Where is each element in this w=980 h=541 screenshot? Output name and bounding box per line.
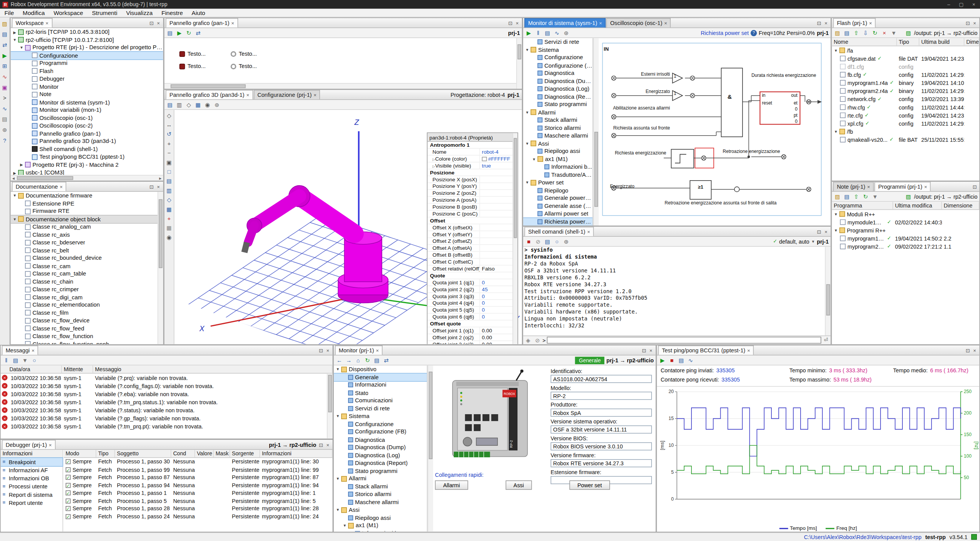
collapse-icon[interactable]: ▼: [19, 46, 25, 50]
refresh-icon[interactable]: ↻: [862, 193, 869, 201]
close-icon[interactable]: ×: [647, 348, 654, 353]
refresh-icon[interactable]: ↻: [185, 29, 193, 37]
close-icon[interactable]: ×: [155, 184, 162, 190]
close-icon[interactable]: ×: [246, 92, 249, 98]
shell-command-input[interactable]: [547, 337, 821, 344]
collapse-icon[interactable]: ▼: [531, 157, 537, 161]
shell-icon[interactable]: >: [1, 95, 8, 102]
close-icon[interactable]: ×: [231, 20, 234, 26]
field-value[interactable]: Robox RTE versione 34.27.3: [551, 459, 652, 467]
save-icon[interactable]: ▤: [843, 193, 851, 201]
tree-item[interactable]: Classe rc_flow_feed: [11, 325, 158, 332]
breakpoint-row[interactable]: ✓SempreFetchProcesso 1, passo 28NessunaP…: [64, 505, 333, 513]
back-icon[interactable]: ←: [336, 357, 343, 364]
property-value[interactable]: Falso: [480, 266, 512, 272]
tree-item[interactable]: Stack allarmi: [523, 116, 593, 124]
tree-item[interactable]: Storico allarmi: [334, 490, 427, 498]
tree-item[interactable]: Trasduttore/Att...: [523, 171, 593, 179]
property-row[interactable]: Offset relativi (relOff)Falso: [428, 266, 512, 272]
message-row[interactable]: ×10/03/2022 10:36:58sysm-1Variabile (?.t…: [1, 398, 327, 406]
tab-documentazione[interactable]: Documentazione ×: [12, 182, 66, 191]
save-icon[interactable]: ▤: [12, 357, 20, 364]
tree-item[interactable]: ▶rp2-loris [TCP/IP 10.0.45.3:8100]: [11, 28, 163, 36]
breakpoint-row[interactable]: ✓SempreFetchProcesso 1, passo 24NessunaP…: [64, 513, 333, 520]
property-value[interactable]: robot-4: [480, 149, 512, 155]
float-icon[interactable]: ⊡: [507, 20, 514, 26]
search-icon[interactable]: ○: [553, 238, 561, 246]
file-row[interactable]: rte.cfg✓config19/04/2021 14:23:33: [832, 111, 979, 119]
tab-programmi[interactable]: Programmi (prj-1) ×: [874, 182, 931, 191]
pause-icon[interactable]: ‖: [3, 357, 10, 364]
close-icon[interactable]: ×: [869, 20, 872, 26]
property-value[interactable]: 0: [480, 314, 512, 320]
tree-item[interactable]: Generale asse (pow...: [523, 202, 593, 210]
collapse-icon[interactable]: ▼: [833, 228, 839, 232]
close-icon[interactable]: ×: [867, 184, 870, 190]
breakpoint-checkbox[interactable]: ✓: [66, 491, 71, 496]
tree-item[interactable]: Classe rc_belt: [11, 246, 158, 254]
tree-item[interactable]: Configurazione: [11, 51, 163, 59]
float-icon[interactable]: ⊡: [964, 348, 971, 353]
home-icon[interactable]: ⌂: [354, 357, 362, 364]
file-row[interactable]: myprogram1.r4a✓binary19/04/2021 14:10:36: [832, 79, 979, 87]
property-value[interactable]: true: [480, 163, 512, 169]
save-icon[interactable]: ▤: [843, 29, 851, 37]
stop-icon[interactable]: ■: [525, 238, 533, 246]
tree-item[interactable]: Diagnostica (Dump): [523, 77, 593, 85]
tab-pannello-grafico-3d[interactable]: Pannello grafico 3D (pan3d-1) ×: [166, 90, 253, 99]
tree-item[interactable]: Classe rc_flow_device: [11, 317, 158, 324]
tree-item[interactable]: Pannello grafico 3D (pan3d-1): [11, 138, 163, 145]
column-header[interactable]: Ultima modifica: [893, 202, 942, 209]
tree-item[interactable]: Stato programmi: [334, 467, 427, 475]
breakpoint-row[interactable]: ✓SempreFetchProcesso 1, passo 94NessunaP…: [64, 481, 333, 489]
expand-icon[interactable]: ▶: [19, 163, 25, 167]
tab-configurazione[interactable]: Configurazione (prj-1) ×: [254, 90, 320, 99]
close-icon[interactable]: ×: [664, 20, 667, 26]
pause-icon[interactable]: ‖: [534, 29, 542, 37]
tree-item[interactable]: ▼Allarmi: [523, 108, 593, 116]
view-top-icon[interactable]: ▤: [165, 178, 173, 185]
column-header[interactable]: Ultima build: [919, 38, 964, 46]
close-icon[interactable]: ×: [599, 20, 602, 26]
properties-header[interactable]: pan3d-1:robot-4 (Proprietà) ▼: [428, 133, 517, 142]
tree-item[interactable]: Configurazione: [523, 54, 593, 61]
float-icon[interactable]: ⊡: [964, 20, 971, 26]
tree-item[interactable]: ▼ax1 (M1): [523, 155, 593, 163]
save-icon[interactable]: ▤: [544, 29, 551, 37]
column-header[interactable]: Modo: [64, 450, 96, 458]
print-icon[interactable]: ▥: [176, 101, 183, 109]
close-icon[interactable]: ×: [971, 348, 978, 353]
refresh-icon[interactable]: ↻: [871, 29, 879, 37]
vertical-scrollbar[interactable]: [825, 247, 831, 335]
panel3d-icon[interactable]: ▣: [1, 84, 8, 91]
float-icon[interactable]: ⊡: [317, 348, 324, 353]
filter-icon[interactable]: ▼: [871, 193, 879, 201]
tree-item[interactable]: Maschere allarmi: [334, 498, 427, 506]
select-icon[interactable]: ◇: [165, 112, 173, 119]
close-icon[interactable]: ×: [60, 184, 63, 190]
property-row[interactable]: Quota joint 5 (qj5)0: [428, 307, 512, 314]
tree-item[interactable]: Classe rc_axis: [11, 231, 158, 239]
grid-icon[interactable]: ▦: [194, 101, 202, 109]
column-header[interactable]: Programma: [832, 202, 893, 209]
play-icon[interactable]: ▶: [1, 52, 8, 60]
tree-item[interactable]: ▼Documentazione firmware: [11, 192, 158, 199]
float-icon[interactable]: ⊡: [317, 442, 324, 448]
oscilloscope-icon[interactable]: ∿: [1, 73, 8, 81]
close-icon[interactable]: ×: [924, 184, 927, 190]
menu-aiuto[interactable]: Aiuto: [187, 9, 209, 17]
breakpoint-checkbox[interactable]: ✓: [66, 475, 71, 480]
tree-item[interactable]: Debugger: [11, 75, 163, 83]
close-icon[interactable]: ×: [514, 20, 521, 26]
menu-visualizza[interactable]: Visualizza: [122, 9, 157, 17]
vertical-scrollbar[interactable]: [428, 365, 433, 531]
file-row[interactable]: qmakeall-vs20...✓file BAT25/11/2021 15:5…: [832, 136, 979, 144]
column-header[interactable]: Tipo: [897, 38, 920, 46]
delete-icon[interactable]: ×: [881, 29, 888, 37]
menu-strumenti[interactable]: Strumenti: [88, 9, 122, 17]
file-row[interactable]: myprogram2.r4a✓09/02/2022 17:21:211.1: [832, 242, 979, 251]
close-icon[interactable]: ×: [587, 229, 590, 235]
snapshot-icon[interactable]: ◉: [165, 234, 173, 241]
close-icon[interactable]: ×: [313, 92, 317, 98]
column-header[interactable]: Dimensione: [964, 38, 979, 46]
